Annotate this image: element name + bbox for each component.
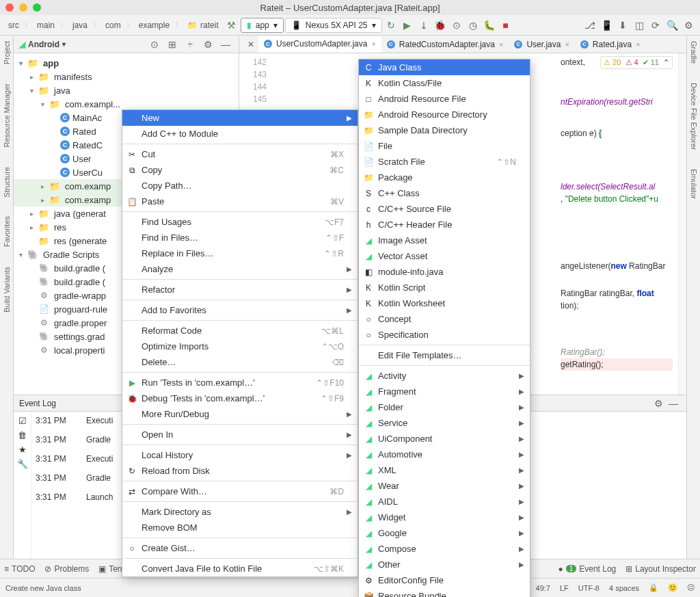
event-log-clear-icon[interactable]: 🗑: [18, 430, 27, 440]
menu-item[interactable]: Reformat Code⌥⌘L: [122, 323, 358, 339]
apply-icon[interactable]: ⤓: [416, 18, 431, 33]
menu-item[interactable]: ◢UiComponent▶: [359, 431, 530, 447]
menu-item[interactable]: ▶Run 'Tests in 'com.exampl…'⌃⇧F10: [122, 375, 358, 390]
sdk-icon[interactable]: ⬇: [615, 18, 630, 33]
menu-item[interactable]: ○Concept: [359, 311, 530, 327]
menu-item[interactable]: ✂Cut⌘X: [122, 146, 358, 162]
menu-item[interactable]: SC++ Class: [359, 185, 530, 201]
run-icon[interactable]: ▶: [400, 18, 415, 33]
event-log-wrench-icon[interactable]: 🔧: [17, 459, 28, 469]
menu-item[interactable]: □Android Resource File: [359, 91, 530, 107]
menu-item[interactable]: ⚙EditorConfig File: [359, 572, 530, 588]
menu-item[interactable]: 📁Sample Data Directory: [359, 122, 530, 138]
breadcrumb-item[interactable]: java: [68, 19, 92, 31]
bottom-tab[interactable]: ●1 Event Log: [558, 564, 616, 574]
right-rail-tab[interactable]: Gradle: [690, 38, 698, 66]
profile-icon[interactable]: ◷: [466, 18, 481, 33]
status-line-ending[interactable]: LF: [560, 584, 569, 592]
editor-tab[interactable]: CRated.java×: [575, 36, 646, 53]
status-indent[interactable]: 4 spaces: [609, 584, 639, 592]
panel-hide-icon[interactable]: —: [218, 37, 233, 52]
menu-item[interactable]: Optimize Imports⌃⌥O: [122, 339, 358, 354]
menu-item[interactable]: ◢Service▶: [359, 415, 530, 431]
debug-icon[interactable]: 🐞: [433, 18, 448, 33]
menu-item[interactable]: ⧉Copy⌘C: [122, 162, 358, 178]
search-icon[interactable]: 🔍: [664, 18, 679, 33]
menu-item[interactable]: ◧module-info.java: [359, 264, 530, 280]
menu-item[interactable]: ◢XML▶: [359, 462, 530, 478]
maximize-window-button[interactable]: [33, 3, 41, 12]
menu-item[interactable]: ◢Google▶: [359, 525, 530, 541]
menu-item[interactable]: 📄File: [359, 138, 530, 154]
tree-row[interactable]: ▾📁java: [14, 83, 239, 97]
sync-icon[interactable]: ⟳: [648, 18, 663, 33]
menu-item[interactable]: Add to Favorites▶: [122, 302, 358, 318]
menu-item[interactable]: Analyze▶: [122, 261, 358, 277]
status-lock-icon[interactable]: 🔒: [649, 583, 658, 592]
select-opened-icon[interactable]: ⊙: [147, 37, 162, 52]
bottom-tab[interactable]: ≡TODO: [4, 564, 35, 574]
status-face-happy-icon[interactable]: 🙂: [668, 583, 677, 592]
menu-item[interactable]: ◢Wear▶: [359, 478, 530, 494]
editor-tab[interactable]: CUser.java×: [509, 36, 574, 53]
menu-item[interactable]: 📁Android Resource Directory: [359, 107, 530, 122]
left-rail-tab[interactable]: Favorites: [3, 213, 11, 250]
stop-icon[interactable]: ■: [498, 18, 513, 33]
hammer-icon[interactable]: ⚒: [224, 18, 239, 33]
breadcrumb-item[interactable]: src: [4, 19, 23, 31]
menu-item[interactable]: KKotlin Worksheet: [359, 295, 530, 311]
bottom-tab[interactable]: ⊘Problems: [44, 564, 89, 574]
event-log-hide-icon[interactable]: —: [666, 396, 681, 411]
left-rail-tab[interactable]: Project: [3, 38, 11, 67]
menu-item[interactable]: cC/C++ Source File: [359, 201, 530, 217]
bottom-tab[interactable]: ⊞Layout Inspector: [625, 564, 696, 574]
event-log-filter-icon[interactable]: ☑: [18, 416, 27, 426]
menu-item[interactable]: ○Create Gist…: [122, 540, 358, 556]
menu-item[interactable]: 📁Package: [359, 170, 530, 185]
menu-item[interactable]: 📦Resource Bundle: [359, 588, 530, 597]
menu-item[interactable]: 📄Scratch File⌃⇧N: [359, 154, 530, 170]
menu-item[interactable]: Open In▶: [122, 427, 358, 442]
coverage-icon[interactable]: ⊙: [449, 18, 464, 33]
menu-item[interactable]: ◢Compose▶: [359, 541, 530, 557]
refresh-icon[interactable]: ↻: [383, 18, 399, 33]
tab-close-icon[interactable]: ✕: [243, 37, 258, 52]
menu-item[interactable]: ◢Image Asset: [359, 233, 530, 248]
menu-item[interactable]: Find in Files…⌃⇧F: [122, 230, 358, 246]
menu-item[interactable]: KKotlin Class/File: [359, 75, 530, 91]
panel-settings-icon[interactable]: ⚙: [200, 37, 215, 52]
menu-item[interactable]: New▶: [122, 110, 358, 126]
attach-icon[interactable]: 🐛: [482, 18, 497, 33]
left-rail-tab[interactable]: Build Variants: [3, 264, 11, 315]
settings-icon[interactable]: ⚙: [681, 18, 696, 33]
breadcrumb-item[interactable]: example: [135, 19, 174, 31]
menu-item[interactable]: Add C++ to Module: [122, 126, 358, 142]
menu-item[interactable]: ◢Folder▶: [359, 399, 530, 415]
menu-item[interactable]: 📋Paste⌘V: [122, 194, 358, 209]
close-window-button[interactable]: [5, 3, 14, 12]
menu-item[interactable]: ↻Reload from Disk: [122, 463, 358, 479]
menu-item[interactable]: ◢Widget▶: [359, 509, 530, 525]
run-config-selector[interactable]: ▮app▾: [241, 18, 284, 33]
collapse-icon[interactable]: ÷: [183, 37, 198, 52]
menu-item[interactable]: Refactor▶: [122, 282, 358, 297]
project-view-selector[interactable]: ◢Android ▾: [19, 40, 66, 49]
right-rail-tab[interactable]: Device File Explorer: [690, 80, 698, 152]
tree-row[interactable]: ▾📁app: [14, 56, 239, 70]
menu-item[interactable]: More Run/Debug▶: [122, 406, 358, 422]
status-charset[interactable]: UTF-8: [578, 584, 600, 592]
left-rail-tab[interactable]: Resource Manager: [3, 81, 11, 150]
device-selector[interactable]: 📱Nexus 5X API 25▾: [285, 18, 382, 33]
tree-row[interactable]: ▸📁manifests: [14, 70, 239, 83]
event-log-settings-icon[interactable]: ⚙: [651, 396, 666, 411]
assistant-icon[interactable]: ◫: [632, 18, 647, 33]
menu-item[interactable]: CJava Class: [359, 59, 530, 75]
menu-item[interactable]: Copy Path…: [122, 178, 358, 194]
editor-tab[interactable]: CUserCustomAdapter.java×: [258, 36, 381, 53]
avd-icon[interactable]: 📱: [599, 18, 614, 33]
status-face-sad-icon[interactable]: ☹: [687, 583, 695, 592]
menu-item[interactable]: hC/C++ Header File: [359, 217, 530, 233]
menu-item[interactable]: ○Specification: [359, 327, 530, 343]
tree-row[interactable]: ▾📁com.exampl...: [14, 97, 239, 111]
menu-item[interactable]: ⇄Compare With…⌘D: [122, 483, 358, 499]
